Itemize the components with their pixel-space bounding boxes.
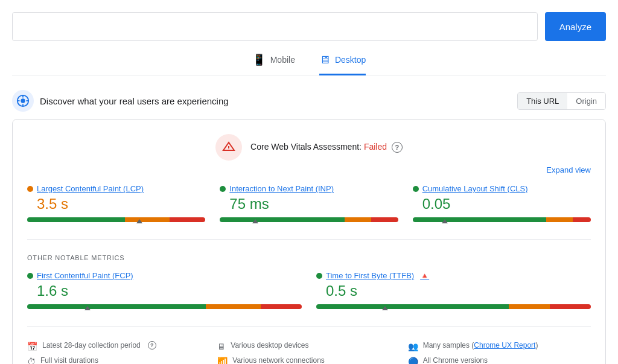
- metric-fcp-label-text: First Contentful Paint (FCP): [37, 271, 133, 280]
- chrome-ux-report-link[interactable]: Chrome UX Report: [474, 341, 535, 350]
- metric-lcp-bar: [27, 217, 205, 222]
- svg-point-1: [21, 98, 25, 103]
- metric-inp-marker: [255, 216, 256, 224]
- metric-cls-bar: [413, 217, 591, 222]
- metric-inp-value: 75 ms: [229, 196, 398, 212]
- footer-samples-text: Many samples (Chrome UX Report): [423, 341, 538, 350]
- footer-item-samples: 👥 Many samples (Chrome UX Report): [408, 341, 591, 351]
- metric-fcp-marker: [88, 302, 89, 311]
- metric-cls-marker: [445, 216, 446, 224]
- metric-lcp-dot: [27, 186, 33, 192]
- metric-fcp-value: 1.6 s: [37, 283, 302, 299]
- metric-lcp: Largest Contentful Paint (LCP) 3.5 s: [27, 184, 205, 225]
- footer-item-collection: 📅 Latest 28-day collection period ?: [27, 341, 210, 351]
- expand-view-link[interactable]: Expand view: [27, 165, 591, 174]
- footer-chrome-text: All Chrome versions: [423, 356, 488, 364]
- mobile-icon: 📱: [252, 53, 266, 66]
- device-tabs: 📱 Mobile 🖥 Desktop: [12, 53, 606, 75]
- tab-mobile[interactable]: 📱 Mobile: [252, 53, 295, 75]
- metric-lcp-label[interactable]: Largest Contentful Paint (LCP): [27, 184, 205, 193]
- assessment-header: Core Web Vitals Assessment: Failed ?: [27, 134, 591, 161]
- footer-item-chrome: 🔵 All Chrome versions: [408, 356, 591, 364]
- metric-lcp-label-text: Largest Contentful Paint (LCP): [37, 184, 144, 193]
- metric-ttfb-dot: [316, 273, 322, 279]
- url-origin-toggle: This URL Origin: [517, 92, 606, 110]
- metric-inp-dot: [220, 186, 226, 192]
- other-metrics-title: OTHER NOTABLE METRICS: [27, 254, 591, 261]
- metric-cls-dot: [413, 186, 419, 192]
- assessment-title: Core Web Vitals Assessment:: [250, 142, 362, 152]
- tab-mobile-label: Mobile: [270, 55, 295, 65]
- metric-inp-bar: [220, 217, 398, 222]
- footer-col-2: 🖥 Various desktop devices 📶 Various netw…: [217, 341, 400, 364]
- footer-collection-text: Latest 28-day collection period: [42, 341, 141, 350]
- calendar-icon: 📅: [27, 342, 37, 351]
- assessment-info-icon[interactable]: ?: [392, 142, 403, 153]
- main-card: Core Web Vitals Assessment: Failed ? Exp…: [12, 119, 606, 364]
- desktop-icon: 🖥: [319, 54, 330, 66]
- footer-item-devices: 🖥 Various desktop devices: [217, 341, 400, 351]
- metric-fcp: First Contentful Paint (FCP) 1.6 s: [27, 271, 302, 311]
- footer-visit-text: Full visit durations: [40, 356, 98, 364]
- timer-icon: ⏱: [27, 357, 36, 364]
- footer-network-text: Various network connections: [232, 356, 325, 364]
- assessment-title-wrap: Core Web Vitals Assessment: Failed ?: [250, 142, 403, 153]
- metric-cls: Cumulative Layout Shift (CLS) 0.05: [413, 184, 591, 225]
- metric-ttfb-marker: [385, 302, 386, 311]
- footer-item-visit: ⏱ Full visit durations: [27, 356, 210, 364]
- footer-col-1: 📅 Latest 28-day collection period ? ⏱ Fu…: [27, 341, 210, 364]
- analyze-button[interactable]: Analyze: [545, 12, 606, 41]
- metric-inp-label-text: Interaction to Next Paint (INP): [229, 184, 334, 193]
- extra-icon: 🔺: [420, 272, 429, 280]
- metric-cls-label[interactable]: Cumulative Layout Shift (CLS): [413, 184, 591, 193]
- discover-left: Discover what your real users are experi…: [12, 90, 229, 112]
- wifi-icon: 📶: [217, 357, 228, 364]
- monitor-icon: 🖥: [217, 342, 226, 351]
- metric-ttfb-value: 0.5 s: [326, 283, 591, 299]
- origin-button[interactable]: Origin: [567, 93, 605, 109]
- metric-ttfb-label-text: Time to First Byte (TTFB): [326, 271, 414, 280]
- metric-inp: Interaction to Next Paint (INP) 75 ms: [220, 184, 398, 225]
- other-metrics-grid: First Contentful Paint (FCP) 1.6 s Time …: [27, 271, 591, 327]
- people-icon: 👥: [408, 342, 418, 351]
- metric-fcp-dot: [27, 273, 33, 279]
- discover-bar: Discover what your real users are experi…: [12, 90, 606, 112]
- metric-lcp-marker: [139, 216, 141, 224]
- footer: 📅 Latest 28-day collection period ? ⏱ Fu…: [27, 341, 591, 364]
- metric-cls-value: 0.05: [422, 196, 591, 212]
- metric-fcp-bar: [27, 304, 302, 309]
- metric-ttfb-bar: [316, 304, 591, 309]
- footer-col-3: 👥 Many samples (Chrome UX Report) 🔵 All …: [408, 341, 591, 364]
- url-bar-row: https://www.achievers.com/ Analyze: [12, 12, 606, 41]
- tab-desktop[interactable]: 🖥 Desktop: [319, 53, 366, 75]
- tab-desktop-label: Desktop: [335, 55, 366, 65]
- assessment-status: Failed: [364, 142, 387, 152]
- chrome-icon: 🔵: [408, 357, 418, 364]
- this-url-button[interactable]: This URL: [518, 93, 567, 109]
- discover-text: Discover what your real users are experi…: [40, 96, 229, 106]
- metric-ttfb-label[interactable]: Time to First Byte (TTFB)🔺: [316, 271, 591, 280]
- metric-lcp-value: 3.5 s: [37, 196, 205, 212]
- svg-point-7: [228, 150, 229, 151]
- metric-ttfb: Time to First Byte (TTFB)🔺 0.5 s: [316, 271, 591, 311]
- footer-devices-text: Various desktop devices: [231, 341, 308, 350]
- footer-info-icon[interactable]: ?: [148, 341, 156, 350]
- url-input[interactable]: https://www.achievers.com/: [12, 12, 538, 41]
- metric-cls-label-text: Cumulative Layout Shift (CLS): [422, 184, 528, 193]
- assessment-icon: [215, 134, 242, 161]
- footer-item-network: 📶 Various network connections: [217, 356, 400, 364]
- metric-fcp-label[interactable]: First Contentful Paint (FCP): [27, 271, 302, 280]
- core-metrics-grid: Largest Contentful Paint (LCP) 3.5 s Int…: [27, 184, 591, 240]
- metric-inp-label[interactable]: Interaction to Next Paint (INP): [220, 184, 398, 193]
- discover-icon: [12, 90, 34, 112]
